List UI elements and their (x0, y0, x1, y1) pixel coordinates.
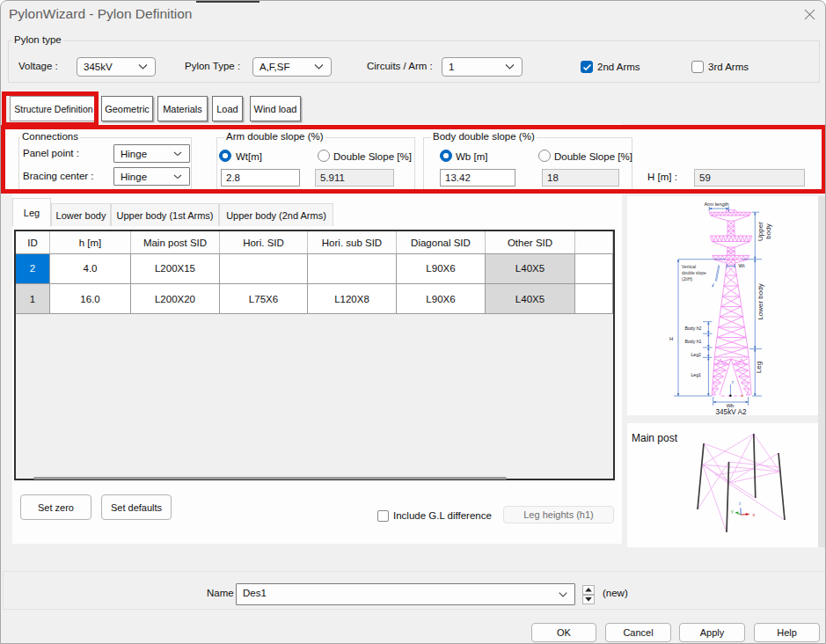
svg-text:Vertical: Vertical (682, 265, 696, 269)
svg-text:z: z (732, 380, 735, 384)
svg-text:H: H (669, 336, 673, 341)
svg-text:Leg1: Leg1 (691, 372, 701, 377)
svg-text:Lower body: Lower body (757, 283, 764, 319)
svg-text:345kV A2: 345kV A2 (715, 408, 746, 416)
svg-text:z: z (739, 501, 742, 506)
svg-text:(2t/H): (2t/H) (682, 277, 693, 282)
svg-text:Arm length: Arm length (704, 201, 728, 207)
svg-text:Wt: Wt (739, 263, 745, 268)
svg-text:double slope: double slope (682, 271, 706, 275)
svg-text:Body h1: Body h1 (684, 339, 701, 344)
svg-text:Y: Y (731, 509, 735, 515)
svg-text:Body h2: Body h2 (684, 326, 701, 331)
svg-text:Leg2: Leg2 (691, 352, 701, 357)
svg-text:Leg: Leg (755, 362, 763, 373)
svg-text:body: body (764, 223, 772, 238)
svg-text:Upper: Upper (757, 222, 764, 241)
svg-text:x: x (753, 512, 756, 517)
